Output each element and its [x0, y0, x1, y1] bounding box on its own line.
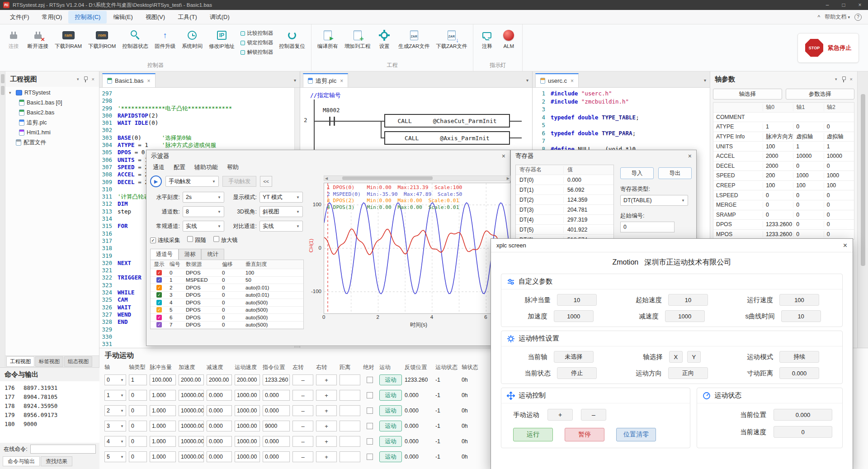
absolute-checkbox[interactable]: [367, 423, 373, 429]
value-input[interactable]: 1000.00: [235, 451, 260, 462]
axis-select[interactable]: 2▼: [104, 405, 126, 416]
channel-row[interactable]: ✓7DPOS0auto(500): [151, 322, 303, 329]
value-input[interactable]: 0.000: [207, 436, 232, 447]
value-input[interactable]: 1233.260: [263, 374, 290, 385]
value-input[interactable]: 1.000: [150, 405, 176, 416]
project-view-tab-2[interactable]: 组态视图: [64, 356, 92, 367]
absolute-checkbox[interactable]: [367, 407, 373, 414]
axis-table-row[interactable]: DECEL200000: [713, 161, 854, 171]
move-button[interactable]: 运动: [379, 405, 402, 416]
command-tab-1[interactable]: 查找结果: [41, 456, 72, 466]
ribbon-button-status[interactable]: 控制器状态: [119, 25, 151, 50]
dock-tab-icon[interactable]: [1, 74, 5, 83]
osc-tab-2[interactable]: 统计: [201, 249, 224, 260]
checkbox[interactable]: [187, 236, 193, 242]
osc-tab-1[interactable]: 游标: [179, 249, 202, 260]
value-input[interactable]: 0: [129, 390, 147, 401]
checkbox[interactable]: [213, 236, 219, 242]
jog-right-button[interactable]: +: [316, 451, 337, 462]
motion-value[interactable]: 未选择: [554, 351, 594, 363]
channel-checkbox[interactable]: ✓: [156, 315, 162, 320]
axis-table-row[interactable]: CREEP100100100: [713, 181, 854, 191]
maximize-button[interactable]: □: [835, 0, 852, 10]
tree-file-1[interactable]: Basic2.bas: [5, 108, 99, 118]
value-input[interactable]: 0: [129, 436, 147, 447]
ribbon-small-button-1[interactable]: 锁定控制器: [241, 39, 274, 46]
menu-item-3[interactable]: 编辑(E): [107, 11, 139, 24]
command-tab-0[interactable]: 命令与输出: [3, 456, 40, 466]
pause-button[interactable]: 暂停: [565, 428, 604, 441]
expander-icon[interactable]: ▾: [9, 90, 14, 95]
osc-menu-1[interactable]: 配置: [174, 163, 185, 171]
absolute-checkbox[interactable]: [367, 377, 373, 383]
value-input[interactable]: 0.000: [263, 436, 290, 447]
axis-select-button-0[interactable]: 轴选择: [713, 89, 782, 99]
menu-item-4[interactable]: 视图(V): [139, 11, 171, 24]
register-row[interactable]: DT(4)297.319: [516, 215, 613, 225]
motion-value[interactable]: 停止: [557, 367, 597, 379]
move-button[interactable]: 运动: [379, 451, 402, 462]
axis-select[interactable]: 0▼: [104, 374, 126, 385]
absolute-checkbox[interactable]: [367, 438, 373, 445]
tree-file-0[interactable]: Basic1.bas [0]: [5, 98, 99, 108]
ribbon-button-compile[interactable]: ▶编译所有: [314, 25, 341, 50]
axis-table-row[interactable]: UNITS10011: [713, 142, 854, 152]
param-value[interactable]: 1000: [665, 310, 705, 322]
axis-table-row[interactable]: ATYPE100: [713, 122, 854, 132]
ribbon-button-plug[interactable]: 连接: [3, 25, 24, 50]
osc-menu-3[interactable]: 帮助: [227, 163, 239, 171]
ribbon-button-firmware[interactable]: ↑固件升级: [151, 25, 179, 50]
call-block-chasecut[interactable]: CALL @ChaseCut_ParmInit: [384, 114, 510, 128]
osc-select-1[interactable]: YT 模式▼: [259, 192, 303, 203]
value-input[interactable]: 2000.00: [179, 374, 204, 385]
distance-input[interactable]: [340, 451, 360, 462]
motion-value[interactable]: 正向: [668, 367, 708, 379]
jog-left-button[interactable]: –: [292, 421, 313, 431]
close-icon[interactable]: ×: [502, 152, 505, 160]
zero-button[interactable]: 位置清零: [616, 428, 656, 441]
value-input[interactable]: 1: [129, 374, 147, 385]
chevron-down-icon[interactable]: ▾: [77, 77, 79, 81]
pin-icon[interactable]: [841, 76, 846, 82]
value-input[interactable]: 0.000: [263, 390, 290, 401]
channel-row[interactable]: ✓1MSPEED050: [151, 277, 303, 284]
ribbon-button-zardl[interactable]: ZAR↓下载ZAR文件: [433, 25, 470, 50]
value-input[interactable]: 0.000: [263, 451, 290, 462]
move-button[interactable]: 运动: [379, 374, 402, 385]
channel-row[interactable]: ✓3DPOS0auto(0.01): [151, 292, 303, 299]
axis-table-row[interactable]: SRAMP000: [713, 210, 854, 220]
tab-basic1[interactable]: Basic1.bas ×: [102, 73, 156, 87]
value-input[interactable]: 0.000: [207, 421, 232, 431]
oscilloscope-titlebar[interactable]: 示波器 ×: [146, 150, 510, 162]
channel-checkbox[interactable]: ✓: [156, 292, 162, 298]
start-index-input[interactable]: 0: [620, 222, 675, 232]
jog-right-button[interactable]: +: [316, 374, 337, 385]
tab-list-icon[interactable]: ▾: [704, 78, 706, 83]
osc-select-2[interactable]: 8▼: [183, 206, 224, 217]
osc-check-0[interactable]: ✓连续采集: [150, 237, 180, 244]
param-value[interactable]: 100: [779, 294, 819, 306]
axis-table-row[interactable]: COMMENT: [713, 113, 854, 123]
tree-root[interactable]: ▾RTSystest: [5, 88, 99, 98]
help-menu[interactable]: 帮助文档 ▾: [825, 13, 850, 21]
distance-input[interactable]: [340, 421, 360, 431]
value-input[interactable]: 0: [129, 451, 147, 462]
collapse-ribbon-icon[interactable]: ^: [817, 14, 820, 20]
jog-right-button[interactable]: +: [316, 436, 337, 447]
ribbon-button-ram[interactable]: ram下载到RAM: [52, 25, 85, 50]
project-view-tab-0[interactable]: 工程视图: [6, 356, 34, 367]
value-input[interactable]: 10000.00: [179, 421, 204, 431]
value-input[interactable]: 100.000: [150, 374, 176, 385]
tab-list-icon[interactable]: ▾: [526, 78, 528, 83]
axis-table-row[interactable]: ATYPE Info脉冲方向方...虚拟轴虚拟轴: [713, 132, 854, 142]
ribbon-button-zar[interactable]: ZAR生成ZAR文件: [395, 25, 433, 50]
axis-select[interactable]: 1▼: [104, 390, 126, 401]
scroll-left-icon[interactable]: ◀: [325, 176, 328, 180]
value-input[interactable]: 10000.00: [179, 390, 204, 401]
tree-file-2[interactable]: 追剪.plc: [5, 118, 99, 128]
close-icon[interactable]: ×: [688, 152, 692, 160]
export-button[interactable]: 导出: [658, 167, 692, 179]
registers-titlebar[interactable]: 寄存器 ×: [511, 150, 696, 162]
move-button[interactable]: 运动: [379, 390, 402, 401]
osc-select-5[interactable]: 实线▼: [259, 221, 303, 232]
